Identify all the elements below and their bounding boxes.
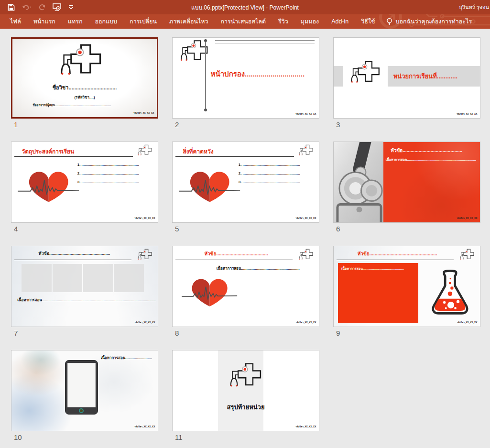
slide1-course-code: (รหัสวิชา....) bbox=[12, 94, 157, 100]
slide-thumbnail-1[interactable]: ชื่อวิชา................................… bbox=[11, 37, 158, 119]
slide5-title: สิ่งที่คาดหวัง bbox=[183, 147, 213, 156]
slide-cell-5: สิ่งที่คาดหวัง 1. ......................… bbox=[172, 142, 319, 235]
slide-cell-3: หน่วยการเรียนที่............ รหัสวิชา_XX… bbox=[333, 37, 480, 131]
slide-footer: รหัสวิชา_XX_XX_XX bbox=[133, 111, 154, 115]
slide-thumbnail-4[interactable]: วัตถุประสงค์การเรียน 1. ................… bbox=[11, 142, 158, 223]
medical-cross-stethoscope-logo bbox=[178, 40, 212, 66]
slide-sorter-canvas: ชื่อวิชา................................… bbox=[0, 29, 490, 448]
slide-footer: รหัสวิชา_XX_XX_XX bbox=[295, 320, 316, 324]
start-slideshow-icon[interactable] bbox=[53, 3, 61, 11]
slide-thumbnail-9[interactable]: หัวข้อ..................................… bbox=[333, 246, 480, 327]
vertical-rule bbox=[205, 40, 206, 110]
slide6-title: หัวข้อ..................................… bbox=[391, 147, 462, 154]
slide-footer: รหัสวิชา_XX_XX_XX bbox=[134, 216, 155, 220]
image-placeholder bbox=[22, 264, 52, 292]
slide-cell-6: หัวข้อ..................................… bbox=[333, 142, 480, 235]
app-header: แบบ.06.pptx[Protected View] - PowerPoint… bbox=[0, 0, 490, 29]
tab-home[interactable]: หน้าแรก bbox=[27, 14, 62, 29]
title-underline bbox=[175, 156, 294, 157]
ribbon-tabs: ไฟล์ หน้าแรก แทรก ออกแบบ การเปลี่ยน ภาพเ… bbox=[0, 14, 490, 29]
slide-grid: ชื่อวิชา................................… bbox=[11, 37, 490, 444]
medical-cross-stethoscope-logo bbox=[298, 144, 315, 158]
slide-number: 9 bbox=[336, 329, 480, 337]
image-placeholder bbox=[114, 264, 144, 292]
slide-number: 8 bbox=[175, 329, 319, 337]
medical-cross-stethoscope-logo bbox=[348, 60, 384, 88]
slide-cell-7: หัวข้อ..................................… bbox=[11, 246, 158, 339]
slide-thumbnail-10[interactable]: เนื้อหาการสอน......................... ร… bbox=[11, 350, 158, 431]
slide-thumbnail-8[interactable]: หัวข้อ..................................… bbox=[172, 246, 319, 327]
slide-number: 3 bbox=[336, 120, 480, 129]
lightbulb-icon bbox=[386, 18, 392, 26]
medical-cross-stethoscope-logo bbox=[228, 362, 266, 392]
slide-footer: รหัสวิชา_XX_XX_XX bbox=[457, 112, 477, 116]
red-content-box: เนื้อหาการสอน...........................… bbox=[338, 263, 418, 322]
tab-design[interactable]: ออกแบบ bbox=[89, 14, 124, 29]
medical-cross-stethoscope-logo bbox=[137, 249, 154, 262]
red-overlay bbox=[383, 142, 480, 222]
tablet-home-button bbox=[79, 408, 84, 413]
slide-thumbnail-2[interactable]: หน้าปกรอง.............................. … bbox=[172, 37, 319, 119]
user-account[interactable]: บุรินทร์ รุจจน bbox=[459, 3, 489, 11]
slide-number: 5 bbox=[175, 225, 319, 233]
gray-band-right: หน่วยการเรียนที่............ bbox=[388, 66, 480, 87]
slide-number: 7 bbox=[14, 329, 158, 337]
slide-cell-2: หน้าปกรอง.............................. … bbox=[172, 37, 319, 131]
slide-footer: รหัสวิชา_XX_XX_XX bbox=[457, 320, 477, 324]
titlebar: แบบ.06.pptx[Protected View] - PowerPoint… bbox=[0, 0, 490, 14]
slide-number: 4 bbox=[14, 225, 158, 233]
slide9-body: เนื้อหาการสอน...........................… bbox=[341, 266, 404, 271]
slide3-title: หน่วยการเรียนที่............ bbox=[388, 71, 457, 81]
tab-file[interactable]: ไฟล์ bbox=[4, 14, 27, 29]
redo-icon[interactable] bbox=[39, 4, 46, 11]
slide-thumbnail-5[interactable]: สิ่งที่คาดหวัง 1. ......................… bbox=[172, 142, 319, 223]
save-icon[interactable] bbox=[8, 4, 15, 11]
slide-thumbnail-3[interactable]: หน่วยการเรียนที่............ รหัสวิชา_XX… bbox=[333, 37, 480, 119]
slide-cell-8: หัวข้อ..................................… bbox=[172, 246, 319, 339]
slide1-course-name: ชื่อวิชา................................… bbox=[12, 83, 157, 92]
slide6-body: เนื้อหาการสอน...........................… bbox=[386, 157, 476, 162]
slide-cell-9: หัวข้อ..................................… bbox=[333, 246, 480, 339]
slide-number: 10 bbox=[14, 433, 158, 441]
slide-number: 6 bbox=[336, 225, 480, 233]
heart-ecg-graphic bbox=[17, 161, 80, 213]
tab-addin[interactable]: Add-in bbox=[325, 14, 355, 29]
tab-review[interactable]: รีวิว bbox=[272, 14, 294, 29]
slide-cell-11: สรุปท้ายหน่วย รหัสวิชา_XX_XX_XX 11 bbox=[172, 350, 319, 444]
slide-thumbnail-11[interactable]: สรุปท้ายหน่วย รหัสวิชา_XX_XX_XX bbox=[172, 350, 319, 431]
customize-qat-icon[interactable] bbox=[68, 4, 74, 10]
slide7-title: หัวข้อ..................................… bbox=[11, 250, 137, 257]
slide10-body: เนื้อหาการสอน......................... bbox=[101, 355, 152, 361]
slide-footer: รหัสวิชา_XX_XX_XX bbox=[295, 216, 316, 220]
title-underline bbox=[14, 156, 133, 157]
divider-line bbox=[215, 40, 315, 41]
heart-ecg-graphic bbox=[181, 268, 238, 317]
stethoscope-photo bbox=[334, 142, 383, 222]
slide4-list: 1. .....................................… bbox=[77, 161, 139, 187]
tab-transitions[interactable]: การเปลี่ยน bbox=[123, 14, 163, 29]
slide4-title: วัตถุประสงค์การเรียน bbox=[22, 147, 74, 156]
title-underline bbox=[337, 260, 454, 261]
image-placeholder bbox=[53, 264, 83, 292]
gray-band-left bbox=[334, 66, 343, 87]
slide-thumbnail-7[interactable]: หัวข้อ..................................… bbox=[11, 246, 158, 327]
flask-graphic bbox=[427, 265, 473, 321]
tablet-graphic bbox=[65, 360, 98, 415]
slide7-body: เนื้อหาการสอน...........................… bbox=[17, 297, 155, 303]
slide9-title: หัวข้อ..................................… bbox=[334, 250, 461, 257]
tab-slideshow[interactable]: การนำเสนอสไลด์ bbox=[215, 14, 272, 29]
tab-help[interactable]: วิธีใช้ bbox=[355, 14, 381, 29]
slide-thumbnail-6[interactable]: หัวข้อ..................................… bbox=[333, 142, 480, 223]
slide-cell-1: ชื่อวิชา................................… bbox=[11, 37, 158, 131]
image-placeholder bbox=[83, 264, 113, 292]
tab-view[interactable]: มุมมอง bbox=[294, 14, 325, 29]
slide-footer: รหัสวิชา_XX_XX_XX bbox=[134, 320, 155, 324]
tab-insert[interactable]: แทรก bbox=[62, 14, 89, 29]
medical-cross-stethoscope-logo bbox=[137, 144, 154, 158]
undo-icon[interactable] bbox=[22, 4, 32, 11]
tellme-label: บอกฉันว่าคุณต้องการทำอะไร bbox=[396, 17, 472, 26]
tellme-box[interactable]: บอกฉันว่าคุณต้องการทำอะไร bbox=[381, 17, 477, 26]
tab-animations[interactable]: ภาพเคลื่อนไหว bbox=[163, 14, 214, 29]
slide11-title: สรุปท้ายหน่วย bbox=[173, 402, 319, 412]
slide-footer: รหัสวิชา_XX_XX_XX bbox=[295, 425, 316, 428]
